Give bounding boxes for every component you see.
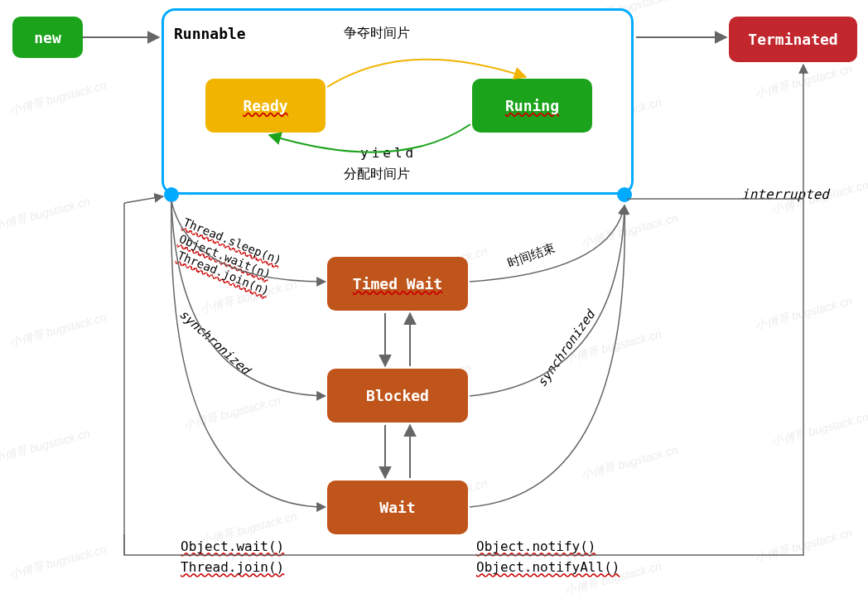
state-running: Runing [472,79,592,133]
label-sync-down: synchronized [176,307,253,378]
state-running-label: Runing [505,97,559,114]
watermark: 小傅哥 bugstack.cn [0,427,92,467]
watermark: 小傅哥 bugstack.cn [754,526,854,567]
label-thread-join: Thread.join() [181,559,284,575]
watermark: 小傅哥 bugstack.cn [8,543,108,583]
label-object-notify: Object.notify() [476,538,596,554]
runnable-title: Runnable [174,25,246,42]
label-object-notifyAll: Object.notifyAll() [476,559,620,575]
watermark: 小傅哥 bugstack.cn [754,62,854,103]
label-sync-up: synchronized [534,307,598,389]
edge-left-to-dot [124,196,163,203]
state-timed-wait: Timed Wait [327,257,468,311]
watermark: 小傅哥 bugstack.cn [580,443,680,484]
watermark: 小傅哥 bugstack.cn [770,410,868,451]
state-ready: Ready [205,79,326,133]
label-alloc: 分配时间片 [344,166,410,183]
label-interrupted: interrupted [741,186,829,202]
label-yield: yield [360,145,417,161]
state-wait: Wait [327,481,468,534]
label-compete: 争夺时间片 [344,25,410,42]
state-terminated: Terminated [729,17,857,62]
watermark: 小傅哥 bugstack.cn [182,394,282,434]
state-blocked: Blocked [327,369,468,423]
watermark: 小傅哥 bugstack.cn [580,211,680,252]
label-time-over: 时间结束 [505,239,557,271]
label-object-wait: Object.wait() [181,538,284,554]
watermark: 小傅哥 bugstack.cn [0,195,92,235]
state-ready-label: Ready [243,97,287,114]
dot-right [617,187,632,202]
watermark: 小傅哥 bugstack.cn [754,294,854,335]
watermark: 小傅哥 bugstack.cn [8,311,108,351]
watermark: 小傅哥 bugstack.cn [8,79,108,119]
state-timed-wait-label: Timed Wait [353,275,442,292]
dot-left [164,187,179,202]
state-new: new [12,17,83,58]
